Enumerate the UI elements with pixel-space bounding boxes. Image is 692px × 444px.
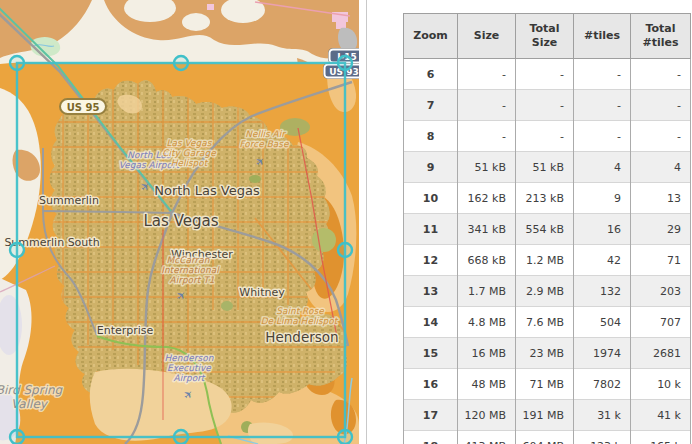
label-henderson-exec: Airport: [174, 373, 206, 383]
table-row: 1516 MB23 MB19742681: [404, 338, 691, 369]
cell-tiles: 4: [574, 152, 631, 183]
cell-total-tiles: 71: [631, 245, 691, 276]
cell-size: -: [458, 90, 516, 121]
cell-zoom: 6: [404, 59, 458, 90]
cell-zoom: 10: [404, 183, 458, 214]
cell-size: 341 kB: [458, 214, 516, 245]
label-summerlin: Summerlin: [39, 194, 99, 207]
table-row: 18413 MB604 MB123 k165 k: [404, 431, 691, 444]
label-henderson: Henderson: [265, 329, 338, 345]
cell-size: 48 MB: [458, 369, 516, 400]
cell-size: 4.8 MB: [458, 307, 516, 338]
resize-handle-e[interactable]: [338, 243, 352, 257]
resize-handle-nw[interactable]: [10, 56, 24, 70]
label-nellis-afb: Force Base: [239, 139, 290, 149]
cell-total-tiles: 10 k: [631, 369, 691, 400]
cell-total-tiles: -: [631, 90, 691, 121]
cell-tiles: 132: [574, 276, 631, 307]
cell-total-tiles: 707: [631, 307, 691, 338]
resize-handle-se[interactable]: [338, 430, 352, 444]
cell-tiles: 7802: [574, 369, 631, 400]
map-canvas: ✈ ✈ ✈ ✈ US 95 I-15 US 93 Su: [0, 0, 359, 444]
table-row: 11341 kB554 kB1629: [404, 214, 691, 245]
label-saint-rose-helispot: De Lima Helispot: [261, 316, 339, 326]
cell-total-size: -: [516, 59, 574, 90]
cell-tiles: -: [574, 90, 631, 121]
cell-zoom: 13: [404, 276, 458, 307]
resize-handle-ne[interactable]: [338, 56, 352, 70]
cell-tiles: 504: [574, 307, 631, 338]
cell-tiles: 16: [574, 214, 631, 245]
cell-total-size: 23 MB: [516, 338, 574, 369]
cell-zoom: 17: [404, 400, 458, 431]
cell-total-size: -: [516, 121, 574, 152]
label-nellis-afb: Nellis Air: [245, 129, 286, 139]
map-panel[interactable]: ✈ ✈ ✈ ✈ US 95 I-15 US 93 Su: [0, 0, 359, 444]
cell-tiles: -: [574, 121, 631, 152]
tile-size-table: Zoom Size Total Size #tiles Total #tiles…: [403, 13, 691, 444]
cell-total-size: 51 kB: [516, 152, 574, 183]
cell-zoom: 14: [404, 307, 458, 338]
us95-shield-label: US 95: [67, 102, 100, 113]
cell-total-tiles: -: [631, 121, 691, 152]
cell-total-tiles: 203: [631, 276, 691, 307]
table-row: 12668 kB1.2 MB4271: [404, 245, 691, 276]
label-north-las-vegas: North Las Vegas: [154, 183, 260, 198]
panel-divider: [366, 0, 367, 444]
header-zoom: Zoom: [404, 14, 458, 59]
table-row: 1648 MB71 MB780210 k: [404, 369, 691, 400]
cell-total-tiles: 13: [631, 183, 691, 214]
cell-zoom: 8: [404, 121, 458, 152]
resize-handle-w[interactable]: [10, 243, 24, 257]
label-mccarran: International: [161, 265, 220, 275]
resize-handle-sw[interactable]: [10, 430, 24, 444]
label-saint-rose-helispot: Saint Rose: [276, 306, 325, 316]
cell-total-size: 554 kB: [516, 214, 574, 245]
cell-total-tiles: 29: [631, 214, 691, 245]
label-city-garage-helispot: City Garage: [162, 148, 217, 158]
cell-zoom: 12: [404, 245, 458, 276]
cell-total-size: -: [516, 90, 574, 121]
screen: ✈ ✈ ✈ ✈ US 95 I-15 US 93 Su: [0, 0, 692, 444]
table-row: 951 kB51 kB44: [404, 152, 691, 183]
header-size: Size: [458, 14, 516, 59]
cell-size: 120 MB: [458, 400, 516, 431]
table-row: 7----: [404, 90, 691, 121]
cell-zoom: 16: [404, 369, 458, 400]
cell-tiles: 42: [574, 245, 631, 276]
cell-zoom: 15: [404, 338, 458, 369]
table-row: 17120 MB191 MB31 k41 k: [404, 400, 691, 431]
cell-zoom: 11: [404, 214, 458, 245]
table-row: 6----: [404, 59, 691, 90]
cell-tiles: 1974: [574, 338, 631, 369]
header-tiles: #tiles: [574, 14, 631, 59]
cell-total-size: 71 MB: [516, 369, 574, 400]
cell-total-tiles: 165 k: [631, 431, 691, 444]
cell-size: 51 kB: [458, 152, 516, 183]
resize-handle-n[interactable]: [174, 56, 188, 70]
header-total-tiles: Total #tiles: [631, 14, 691, 59]
table-header-row: Zoom Size Total Size #tiles Total #tiles: [404, 14, 691, 59]
cell-total-tiles: -: [631, 59, 691, 90]
cell-tiles: 31 k: [574, 400, 631, 431]
us95-shield: US 95: [60, 99, 106, 114]
cell-total-size: 1.2 MB: [516, 245, 574, 276]
cell-size: 16 MB: [458, 338, 516, 369]
label-mccarran: Airport T1: [170, 275, 215, 285]
cell-size: 162 kB: [458, 183, 516, 214]
cell-total-size: 604 MB: [516, 431, 574, 444]
table-row: 8----: [404, 121, 691, 152]
tile-table-body: 6----7----8----951 kB51 kB4410162 kB213 …: [404, 59, 691, 444]
cell-size: 668 kB: [458, 245, 516, 276]
table-row: 144.8 MB7.6 MB504707: [404, 307, 691, 338]
cell-total-size: 191 MB: [516, 400, 574, 431]
cell-total-size: 2.9 MB: [516, 276, 574, 307]
resize-handle-s[interactable]: [174, 430, 188, 444]
table-row: 131.7 MB2.9 MB132203: [404, 276, 691, 307]
cell-total-tiles: 41 k: [631, 400, 691, 431]
label-city-garage-helispot: Las Vegas: [167, 138, 213, 148]
cell-total-tiles: 2681: [631, 338, 691, 369]
label-henderson-exec: Henderson: [165, 353, 214, 363]
label-bird-spring-valley: Bird Spring: [0, 383, 64, 397]
cell-tiles: 123 k: [574, 431, 631, 444]
